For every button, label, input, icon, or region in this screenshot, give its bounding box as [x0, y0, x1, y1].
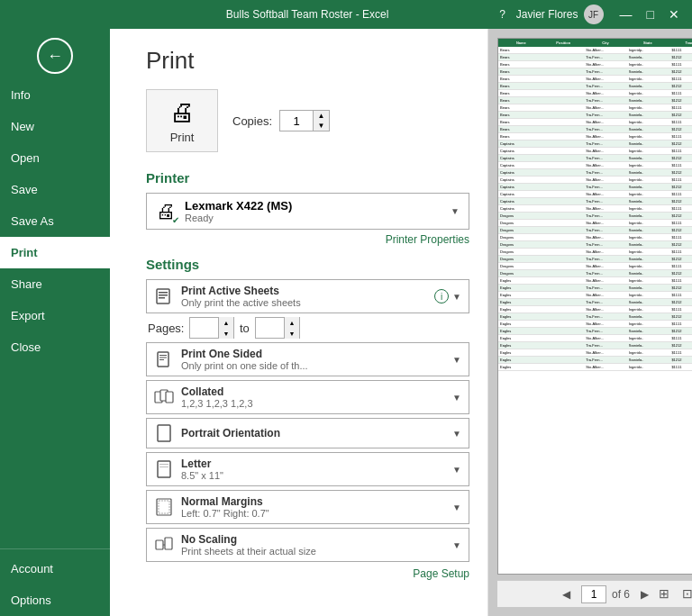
paper-size-dropdown[interactable]: Letter 8.5" x 11" ▼ — [146, 452, 469, 486]
print-button-area: 🖨 Print Copies: ▲ ▼ — [146, 89, 469, 152]
maximize-button[interactable]: □ — [642, 5, 660, 23]
paper-size-icon — [154, 459, 174, 479]
active-sheets-dropdown-arrow: ▼ — [452, 292, 461, 302]
margins-dropdown-arrow: ▼ — [452, 503, 461, 512]
copies-decrement-button[interactable]: ▼ — [313, 121, 329, 131]
svg-rect-12 — [158, 461, 170, 477]
sidebar-item-options[interactable]: Options — [0, 584, 110, 616]
collated-sub-text: 1,2,3 1,2,3 1,2,3 — [181, 398, 253, 409]
preview-area: ▲ ▼ NamePositionCityStateTeamBearsSto-Al… — [488, 29, 692, 616]
sidebar-item-account[interactable]: Account — [0, 553, 110, 584]
copies-area: Copies: ▲ ▼ — [232, 110, 330, 131]
one-sided-main-text: Print One Sided — [181, 348, 308, 360]
back-icon: ← — [47, 47, 63, 66]
sidebar-item-print[interactable]: Print — [0, 237, 110, 268]
margins-icon — [154, 497, 174, 517]
svg-rect-7 — [159, 359, 164, 360]
print-button[interactable]: 🖨 Print — [146, 89, 218, 152]
printer-info: 🖨 ✔ Lexmark X422 (MS) Ready — [156, 199, 292, 223]
printer-dropdown[interactable]: 🖨 ✔ Lexmark X422 (MS) Ready ▼ — [146, 193, 469, 230]
spreadsheet-preview: NamePositionCityStateTeamBearsSto-Alber.… — [498, 39, 692, 574]
scaling-dropdown[interactable]: No Scaling Print sheets at their actual … — [146, 528, 469, 562]
view-controls: ⊞ ⊡ — [654, 584, 692, 603]
svg-rect-10 — [166, 392, 173, 403]
sidebar-item-close[interactable]: Close — [0, 331, 110, 363]
one-sided-icon — [154, 349, 174, 369]
svg-rect-1 — [159, 292, 168, 294]
help-button[interactable]: ? — [499, 8, 505, 21]
pages-to-label: to — [240, 322, 250, 335]
orientation-main-text: Portrait Orientation — [181, 427, 280, 439]
sidebar-divider — [0, 548, 110, 549]
page-setup-link[interactable]: Page Setup — [146, 567, 469, 580]
pages-to-increment[interactable]: ▲ — [285, 317, 299, 328]
svg-rect-0 — [157, 289, 169, 303]
printer-dropdown-arrow: ▼ — [451, 206, 460, 216]
scaling-main-text: No Scaling — [181, 533, 316, 546]
sidebar-item-info[interactable]: Info — [0, 79, 110, 111]
sidebar-item-new[interactable]: New — [0, 111, 110, 142]
sidebar-item-share[interactable]: Share — [0, 268, 110, 300]
close-button[interactable]: ✕ — [663, 5, 685, 23]
one-sided-dropdown[interactable]: Print One Sided Only print on one side o… — [146, 342, 469, 376]
pages-label: Pages: — [148, 322, 184, 335]
settings-section-title: Settings — [146, 257, 469, 272]
paper-size-dropdown-arrow: ▼ — [452, 465, 461, 475]
sidebar-item-save[interactable]: Save — [0, 174, 110, 205]
print-panel: Print 🖨 Print Copies: ▲ ▼ — [110, 29, 488, 616]
sidebar-item-export[interactable]: Export — [0, 300, 110, 331]
pages-to-input[interactable] — [256, 318, 284, 338]
back-button[interactable]: ← — [37, 38, 73, 74]
collated-icon — [154, 387, 174, 407]
paper-size-sub-text: 8.5" x 11" — [181, 470, 223, 481]
margins-sub-text: Left: 0.7" Right: 0.7" — [181, 508, 269, 519]
print-icon: 🖨 — [169, 97, 195, 127]
collated-dropdown[interactable]: Collated 1,2,3 1,2,3 1,2,3 ▼ — [146, 380, 469, 414]
page-title: Print — [146, 47, 469, 75]
svg-rect-17 — [156, 540, 163, 549]
pages-from-decrement[interactable]: ▼ — [219, 328, 233, 339]
scaling-icon — [154, 535, 174, 555]
pages-from-input[interactable] — [190, 318, 218, 338]
current-page-input[interactable] — [581, 585, 606, 603]
pages-from-increment[interactable]: ▲ — [219, 317, 233, 328]
margins-dropdown[interactable]: Normal Margins Left: 0.7" Right: 0.7" ▼ — [146, 490, 469, 524]
user-area: Javier Flores JF — [516, 5, 604, 24]
next-page-button[interactable]: ▶ — [635, 585, 653, 603]
print-button-label: Print — [170, 131, 195, 144]
prev-page-button[interactable]: ◀ — [558, 585, 576, 603]
active-sheets-icon — [154, 286, 174, 306]
svg-rect-18 — [165, 538, 172, 549]
svg-rect-2 — [159, 294, 168, 296]
portrait-icon — [154, 423, 174, 443]
pages-to-decrement[interactable]: ▼ — [285, 328, 299, 339]
copies-spinner: ▲ ▼ — [279, 110, 330, 131]
minimize-button[interactable]: — — [615, 5, 638, 23]
fit-page-button[interactable]: ⊞ — [654, 584, 674, 603]
printer-status: Ready — [185, 213, 292, 223]
copies-input[interactable] — [280, 111, 313, 131]
svg-rect-13 — [159, 464, 168, 465]
active-sheets-dropdown[interactable]: Print Active Sheets Only print the activ… — [146, 279, 469, 313]
active-sheets-sub-text: Only print the active sheets — [181, 297, 301, 308]
collated-dropdown-arrow: ▼ — [452, 393, 461, 403]
orientation-dropdown[interactable]: Portrait Orientation ▼ — [146, 418, 469, 448]
preview-sheet: NamePositionCityStateTeamBearsSto-Alber.… — [497, 38, 692, 575]
active-sheets-main-text: Print Active Sheets — [181, 285, 301, 297]
title-bar: Bulls Softball Team Roster - Excel ? Jav… — [0, 0, 692, 29]
printer-properties-link[interactable]: Printer Properties — [146, 233, 469, 246]
window-controls: — □ ✕ — [615, 5, 685, 23]
svg-rect-11 — [158, 425, 170, 441]
actual-size-button[interactable]: ⊡ — [678, 584, 692, 603]
copies-increment-button[interactable]: ▲ — [313, 111, 329, 121]
sidebar-item-open[interactable]: Open — [0, 142, 110, 174]
svg-rect-6 — [159, 358, 167, 358]
sidebar-item-save-as[interactable]: Save As — [0, 205, 110, 237]
pages-row: Pages: ▲ ▼ to ▲ ▼ — [146, 317, 469, 339]
sidebar: ← Info New Open Save Save As Print Share… — [0, 29, 110, 616]
pages-to-input-box: ▲ ▼ — [255, 317, 300, 339]
info-icon[interactable]: i — [434, 289, 449, 303]
copies-label: Copies: — [232, 114, 272, 128]
one-sided-dropdown-arrow: ▼ — [452, 355, 461, 365]
printer-name: Lexmark X422 (MS) — [185, 199, 292, 213]
